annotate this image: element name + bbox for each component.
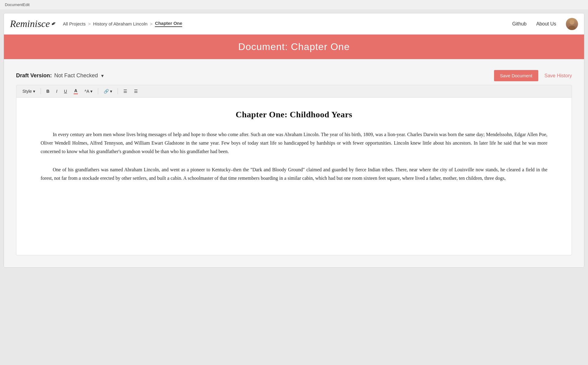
about-link[interactable]: About Us bbox=[536, 21, 556, 27]
user-avatar[interactable] bbox=[566, 18, 578, 30]
pen-icon: ✒ bbox=[49, 19, 57, 28]
font-color-letter: A bbox=[74, 88, 77, 93]
navbar: Reminisce ✒ All Projects > History of Ab… bbox=[4, 13, 584, 35]
avatar-svg bbox=[566, 18, 578, 30]
breadcrumb-all-projects[interactable]: All Projects bbox=[63, 21, 86, 26]
svg-point-0 bbox=[570, 20, 574, 25]
action-buttons: Save Document Save History bbox=[494, 70, 572, 81]
window-title-bar: DocumentEdit bbox=[0, 0, 588, 9]
logo-text: Reminisce bbox=[10, 18, 50, 29]
list-unordered-button[interactable]: ☰ bbox=[121, 88, 130, 95]
breadcrumb-chapter[interactable]: Chapter One bbox=[155, 21, 182, 27]
toolbar-divider-1 bbox=[41, 88, 41, 94]
breadcrumb-sep-2: > bbox=[150, 21, 153, 26]
toolbar-divider-3 bbox=[118, 88, 118, 94]
page-banner: Document: Chapter One bbox=[4, 35, 584, 59]
breadcrumb: All Projects > History of Abraham Lincol… bbox=[63, 21, 513, 27]
github-link[interactable]: Github bbox=[512, 21, 526, 27]
svg-point-1 bbox=[568, 26, 576, 30]
save-document-button[interactable]: Save Document bbox=[494, 70, 539, 81]
document-body[interactable]: Chapter One: Childhood Years In every ce… bbox=[16, 98, 572, 255]
logo[interactable]: Reminisce ✒ bbox=[10, 18, 56, 29]
link-button[interactable]: 🔗 ▾ bbox=[101, 88, 115, 95]
font-color-bar bbox=[74, 93, 78, 94]
list-ordered-button[interactable]: ☰ bbox=[132, 88, 140, 95]
draft-selector[interactable]: Draft Version: Not Fact Checked ▼ bbox=[16, 72, 105, 79]
font-color-button[interactable]: A bbox=[71, 87, 80, 95]
banner-title: Document: Chapter One bbox=[11, 41, 577, 52]
window-title-text: DocumentEdit bbox=[5, 2, 30, 7]
document-paragraph-1[interactable]: In every century are born men whose live… bbox=[41, 130, 547, 156]
draft-value: Not Fact Checked bbox=[54, 72, 98, 79]
underline-button[interactable]: U bbox=[62, 88, 69, 95]
toolbar-row: Draft Version: Not Fact Checked ▼ Save D… bbox=[16, 65, 572, 85]
nav-links: Github About Us bbox=[512, 18, 578, 30]
app-window: Reminisce ✒ All Projects > History of Ab… bbox=[4, 13, 584, 268]
breadcrumb-project[interactable]: History of Abraham Lincoln bbox=[93, 21, 147, 26]
avatar-image bbox=[566, 18, 578, 30]
draft-label: Draft Version: bbox=[16, 72, 52, 79]
italic-button[interactable]: I bbox=[54, 88, 60, 95]
content-area: Draft Version: Not Fact Checked ▼ Save D… bbox=[4, 59, 584, 267]
breadcrumb-sep-1: > bbox=[88, 21, 91, 26]
toolbar-divider-2 bbox=[98, 88, 98, 94]
document-paragraph-2[interactable]: One of his grandfathers was named Abraha… bbox=[41, 166, 547, 182]
style-button[interactable]: Style ▾ bbox=[20, 88, 38, 95]
document-title: Chapter One: Childhood Years bbox=[41, 110, 547, 119]
bold-button[interactable]: B bbox=[44, 88, 52, 95]
format-toolbar: Style ▾ B I U A ᴬA ▾ 🔗 ▾ ☰ ☰ bbox=[16, 85, 572, 98]
font-size-button[interactable]: ᴬA ▾ bbox=[82, 88, 95, 95]
chevron-down-icon[interactable]: ▼ bbox=[100, 73, 105, 78]
save-history-button[interactable]: Save History bbox=[544, 73, 572, 79]
